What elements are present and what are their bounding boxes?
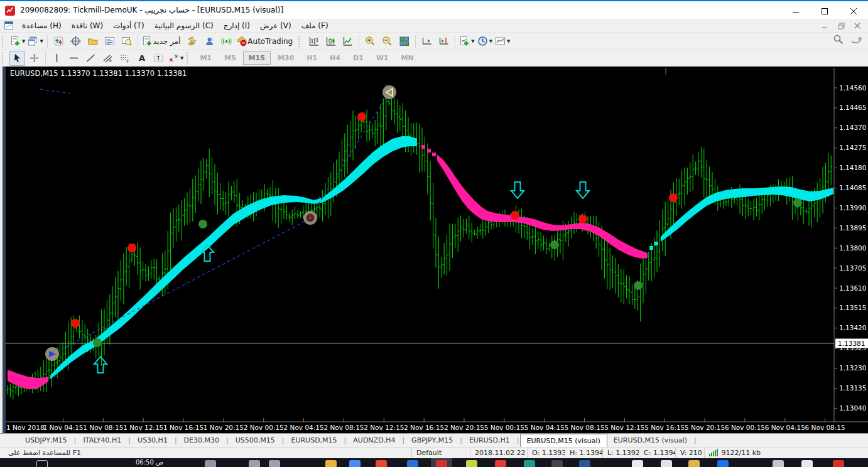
arrows-tool[interactable]: ▼ [168, 51, 184, 66]
new-chart-button[interactable]: ▼ [9, 34, 26, 49]
taskbar-app-icon[interactable] [325, 460, 337, 467]
chart-tab[interactable]: AUDNZD,H4 [347, 434, 401, 447]
taskbar-app-icon[interactable] [688, 460, 700, 467]
autotrading-button[interactable]: AutoTrading [236, 34, 296, 49]
menu-item[interactable]: مساعدة (H) [17, 19, 67, 32]
taskbar-app-icon[interactable] [632, 460, 643, 467]
taskbar-app-icon[interactable] [551, 460, 563, 467]
taskbar-app-icon[interactable] [249, 460, 260, 467]
chart-tab[interactable]: US30,H1 [131, 434, 174, 447]
child-close-button[interactable] [850, 20, 864, 31]
crosshair-tool[interactable] [26, 51, 42, 66]
trendline-tool[interactable] [83, 51, 99, 66]
timeframe-button[interactable]: W1 [371, 51, 394, 65]
taskbar-app-icon[interactable] [661, 460, 672, 467]
new-order-button[interactable]: أمر جديد [141, 34, 184, 49]
chart-tab[interactable]: DE30,M30 [178, 434, 225, 447]
dropdown-caret-icon[interactable]: ▼ [471, 34, 474, 49]
menu-item[interactable]: ملف (F) [296, 19, 334, 32]
market-watch-button[interactable] [51, 34, 67, 49]
chart-area[interactable]: 1.145601.144651.143701.142751.141801.140… [0, 67, 868, 433]
taskbar-app-icon[interactable] [524, 460, 535, 467]
indicators-button[interactable]: ▼ [458, 34, 475, 49]
periods-button[interactable]: ▼ [477, 34, 493, 49]
timeframe-button[interactable]: H1 [301, 51, 323, 65]
timeframe-button[interactable]: MN [395, 51, 419, 65]
profiles-button[interactable]: ▼ [27, 34, 43, 49]
child-minimize-button[interactable] [818, 20, 832, 31]
dropdown-caret-icon[interactable]: ▼ [507, 34, 510, 49]
chart-tab[interactable]: EURUSD,M15 (visual) [607, 434, 693, 447]
menu-item[interactable]: إدارج (I) [219, 19, 255, 32]
chart-tab[interactable]: ITALY40,H1 [77, 434, 128, 447]
taskbar-app-icon[interactable] [773, 460, 784, 467]
taskbar-app-icon[interactable] [36, 460, 48, 467]
dropdown-caret-icon[interactable]: ▼ [40, 34, 43, 49]
text-label-tool[interactable]: T [151, 51, 166, 66]
timeframe-button[interactable]: H4 [324, 51, 346, 65]
taskbar-app-icon[interactable] [407, 460, 418, 467]
chart-tab[interactable]: US500,M15 [229, 434, 281, 447]
taskbar-app-icon[interactable] [717, 460, 729, 467]
candlestick-chart-button[interactable] [323, 34, 339, 49]
menu-item[interactable]: الرسوم البيانية (C) [149, 19, 219, 32]
metaeditor-button[interactable] [185, 34, 200, 49]
price-axis-label: 1.14085 [839, 184, 866, 191]
minimize-button[interactable] [781, 3, 810, 19]
zoom-out-button[interactable] [379, 34, 395, 49]
chart-tab[interactable]: GBPJPY,M15 [405, 434, 459, 447]
chart-tab[interactable]: USDJPY,M15 [19, 434, 73, 447]
strategy-tester-button[interactable] [119, 34, 134, 49]
toolbar-grip [187, 53, 191, 64]
navigator-button[interactable] [85, 34, 100, 49]
chart-shift-button[interactable] [436, 34, 452, 49]
signals-button[interactable] [219, 34, 234, 49]
menu-item[interactable]: أدوات (T) [108, 19, 149, 32]
menu-item[interactable]: نافذة (W) [67, 19, 108, 32]
taskbar-app-icon[interactable] [466, 460, 477, 467]
timeframe-button[interactable]: M15 [243, 51, 271, 65]
zoom-in-button[interactable] [362, 34, 378, 49]
timeframe-button[interactable]: M5 [219, 51, 242, 65]
fibonacci-tool[interactable]: F [117, 51, 133, 66]
taskbar-app-icon[interactable] [579, 460, 590, 467]
taskbar-app-icon[interactable] [205, 460, 216, 467]
terminal-button[interactable] [102, 34, 117, 49]
dropdown-caret-icon[interactable]: ▼ [489, 34, 492, 49]
close-button[interactable] [839, 3, 868, 19]
dropdown-caret-icon[interactable]: ▼ [22, 34, 25, 49]
vertical-line-tool[interactable] [49, 51, 65, 66]
community-icon[interactable] [850, 34, 863, 47]
search-icon[interactable] [833, 34, 844, 47]
timeframe-button[interactable]: M1 [194, 51, 217, 65]
chart-tab[interactable]: EURUSD,M15 [285, 434, 343, 447]
chart-tab[interactable]: EURUSD,H1 [463, 434, 516, 447]
child-restore-button[interactable] [834, 20, 848, 31]
menu-item[interactable]: عرض (V) [255, 19, 296, 32]
taskbar-app-icon[interactable] [436, 460, 447, 467]
data-window-button[interactable] [68, 34, 84, 49]
taskbar-app-icon[interactable] [495, 460, 506, 467]
cursor-tool[interactable] [9, 51, 25, 66]
taskbar-app-icon[interactable] [269, 460, 280, 467]
mql5-community-button[interactable] [202, 34, 217, 49]
price-chart[interactable]: 1.145601.144651.143701.142751.141801.140… [0, 67, 868, 433]
tile-windows-button[interactable] [396, 34, 412, 49]
dropdown-caret-icon[interactable]: ▼ [180, 51, 183, 66]
taskbar-app-icon[interactable] [801, 460, 813, 467]
line-chart-button[interactable] [340, 34, 355, 49]
taskbar-app-icon[interactable] [833, 460, 844, 467]
chart-tab-active[interactable]: EURUSD,M15 (visual) [520, 434, 607, 447]
taskbar-app-icon[interactable] [376, 460, 387, 467]
auto-scroll-button[interactable] [419, 34, 435, 49]
sell-signal-dot [578, 215, 587, 223]
timeframe-button[interactable]: M30 [272, 51, 300, 65]
bar-chart-button[interactable] [306, 34, 322, 49]
maximize-button[interactable] [810, 3, 839, 19]
timeframe-button[interactable]: D1 [347, 51, 369, 65]
horizontal-line-tool[interactable] [66, 51, 82, 66]
equidistant-channel-tool[interactable]: E [100, 51, 116, 66]
templates-button[interactable]: ▼ [494, 34, 511, 49]
text-tool[interactable]: A [134, 51, 149, 66]
taskbar-app-icon[interactable] [349, 460, 361, 467]
